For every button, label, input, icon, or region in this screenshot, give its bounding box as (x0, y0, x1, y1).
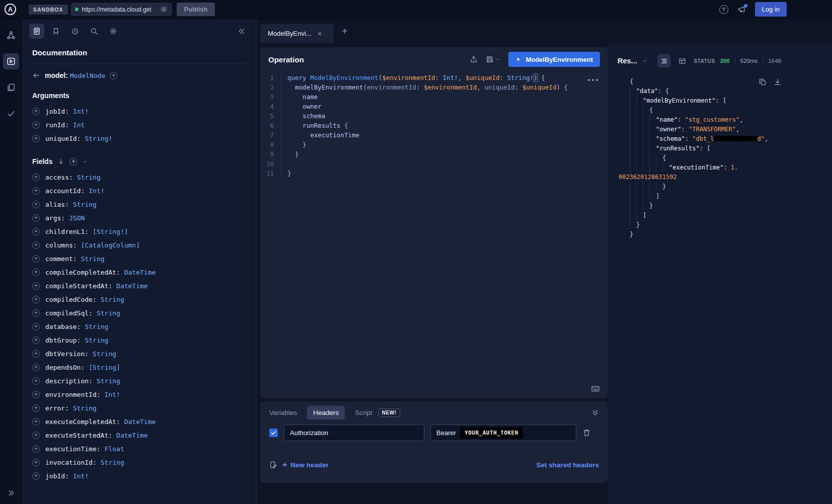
rail-item-checklist[interactable] (3, 106, 19, 122)
response-pretty-view-icon[interactable] (657, 54, 670, 67)
add-field-icon[interactable]: + (32, 269, 40, 276)
field-type[interactable]: [CatalogColumn] (81, 241, 140, 249)
code-line-3[interactable]: 3 name (260, 93, 608, 103)
doc-field-args[interactable]: +args:JSON (32, 211, 246, 225)
set-shared-headers-link[interactable]: Set shared headers (536, 461, 599, 469)
docs-tab-history[interactable] (67, 24, 83, 39)
add-field-icon[interactable]: + (32, 108, 40, 115)
field-type[interactable]: DateTime (116, 282, 148, 290)
doc-field-comment[interactable]: +comment:String (32, 252, 246, 266)
publish-button[interactable]: Publish (177, 3, 215, 16)
add-field-icon[interactable]: + (32, 404, 40, 412)
add-field-icon[interactable]: + (32, 255, 40, 263)
add-field-icon[interactable]: + (32, 472, 40, 480)
editor-menu-icon[interactable]: ••• (587, 75, 600, 84)
doc-field-alias[interactable]: +alias:String (32, 198, 246, 211)
field-type[interactable]: String (77, 174, 101, 181)
header-value-input[interactable]: Bearer YOUR_AUTH_TOKEN (430, 425, 576, 441)
code-line-9[interactable]: 9 } (260, 150, 608, 160)
add-field-icon[interactable]: + (32, 337, 40, 344)
add-field-icon[interactable]: + (32, 214, 40, 222)
docs-tab-documentation[interactable] (29, 24, 44, 39)
doc-field-runId[interactable]: +runId:Int (32, 118, 246, 132)
keyboard-shortcuts-icon[interactable] (591, 384, 600, 393)
rail-item-readme[interactable] (3, 79, 19, 96)
field-type[interactable]: [String] (89, 364, 120, 371)
doc-field-environmentId[interactable]: +environmentId:Int! (32, 388, 246, 401)
endpoint-settings-icon[interactable] (160, 6, 168, 13)
login-button[interactable]: Log in (755, 2, 787, 17)
add-field-icon[interactable]: + (32, 282, 40, 290)
add-field-icon[interactable]: + (32, 121, 40, 129)
add-field-icon[interactable]: + (32, 241, 40, 249)
add-field-icon[interactable]: + (32, 364, 40, 371)
field-type[interactable]: Int! (105, 391, 120, 398)
header-key-input[interactable]: Authorization (284, 425, 424, 441)
field-type[interactable]: String (93, 350, 116, 358)
doc-field-columns[interactable]: +columns:[CatalogColumn] (32, 238, 246, 252)
response-json[interactable]: {"data": {"modelByEnvironment": [{"name"… (630, 76, 824, 239)
doc-field-compileStartedAt[interactable]: +compileStartedAt:DateTime (32, 279, 246, 293)
field-type[interactable]: Int (73, 121, 85, 129)
add-field-icon[interactable]: + (32, 391, 40, 398)
doc-field-description[interactable]: +description:String (32, 374, 246, 388)
code-line-8[interactable]: 8 } (260, 141, 608, 150)
code-line-10[interactable]: 10 (260, 160, 608, 170)
field-type[interactable]: String (73, 201, 97, 208)
tab-script[interactable]: Script (355, 409, 372, 416)
apollo-logo[interactable]: A (5, 4, 16, 15)
field-type[interactable]: String (85, 323, 108, 330)
code-line-4[interactable]: 4 owner (260, 103, 608, 112)
close-tab-icon[interactable]: × (318, 29, 322, 38)
query-editor[interactable]: 1query ModelByEnvironment($environmentId… (260, 71, 608, 398)
field-type[interactable]: DateTime (116, 432, 148, 439)
help-icon[interactable]: ? (719, 5, 728, 14)
field-type[interactable]: String! (85, 135, 112, 142)
code-line-5[interactable]: 5 schema (260, 112, 608, 122)
docs-tab-saved[interactable] (48, 24, 63, 39)
announcements-icon[interactable] (737, 5, 746, 14)
add-field-icon[interactable]: + (32, 350, 40, 358)
field-type[interactable]: DateTime (124, 269, 156, 276)
code-line-6[interactable]: 6 runResults { (260, 122, 608, 131)
doc-field-dependsOn[interactable]: +dependsOn:[String] (32, 361, 246, 374)
copy-icon[interactable] (759, 78, 767, 86)
doc-field-accountId[interactable]: +accountId:Int! (32, 184, 246, 198)
delete-header-icon[interactable] (582, 429, 591, 437)
doc-type-link[interactable]: ModelNode (70, 72, 105, 79)
doc-field-compiledCode[interactable]: +compiledCode:String (32, 293, 246, 306)
field-type[interactable]: Int! (89, 187, 104, 195)
response-table-view-icon[interactable] (675, 54, 689, 67)
code-line-1[interactable]: 1query ModelByEnvironment($environmentId… (260, 74, 608, 83)
doc-field-childrenL1[interactable]: +childrenL1:[String!] (32, 225, 246, 238)
add-field-icon[interactable]: + (32, 445, 40, 453)
rail-item-schema[interactable] (3, 27, 19, 43)
doc-field-executeStartedAt[interactable]: +executeStartedAt:DateTime (32, 429, 246, 442)
add-field-icon[interactable]: + (32, 135, 40, 142)
header-enabled-checkbox[interactable] (269, 429, 278, 437)
doc-field-compiledSql[interactable]: +compiledSql:String (32, 306, 246, 320)
field-type[interactable]: String (97, 309, 120, 317)
add-field-icon[interactable]: + (32, 296, 40, 303)
add-field-icon[interactable]: + (32, 432, 40, 439)
download-icon[interactable] (774, 78, 782, 86)
doc-field-dbtGroup[interactable]: +dbtGroup:String (32, 333, 246, 347)
docs-tab-search[interactable] (87, 24, 102, 39)
add-field-icon[interactable]: + (32, 174, 40, 181)
sort-fields-icon[interactable] (57, 158, 64, 165)
auth-token-chip[interactable]: YOUR_AUTH_TOKEN (460, 427, 523, 439)
run-operation-button[interactable]: ModelByEnvironment (508, 52, 600, 67)
doc-field-database[interactable]: +database:String (32, 320, 246, 333)
new-header-button[interactable]: + New header (282, 460, 329, 469)
doc-field-dbtVersion[interactable]: +dbtVersion:String (32, 347, 246, 361)
new-tab-icon[interactable]: + (342, 26, 348, 36)
doc-field-error[interactable]: +error:String (32, 401, 246, 415)
docs-tab-settings[interactable] (106, 24, 121, 39)
add-field-icon[interactable]: + (32, 187, 40, 195)
save-chevron-icon[interactable] (495, 57, 500, 62)
field-type[interactable]: String (85, 337, 108, 344)
endpoint-input[interactable]: https://metadata.cloud.get (71, 3, 172, 16)
doc-field-compileCompletedAt[interactable]: +compileCompletedAt:DateTime (32, 266, 246, 279)
field-type[interactable]: [String!] (93, 228, 128, 235)
add-field-icon[interactable]: + (32, 309, 40, 317)
